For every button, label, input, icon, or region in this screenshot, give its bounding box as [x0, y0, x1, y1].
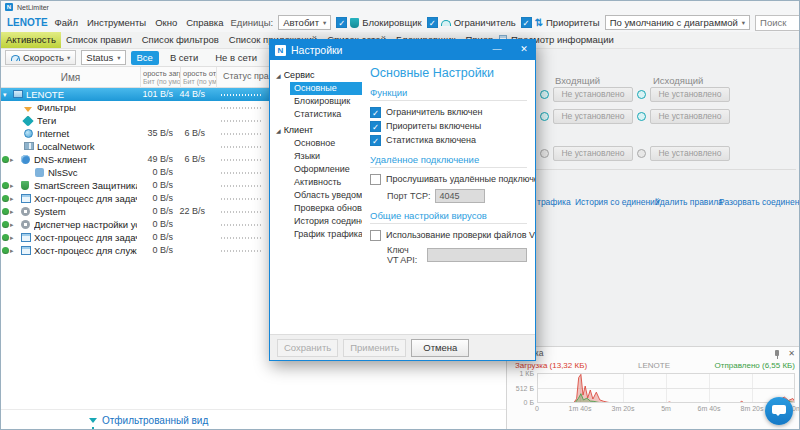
expander-icon[interactable]: ▸ — [10, 153, 14, 166]
dialog-titlebar[interactable]: N Настройки — ✕ — [270, 40, 535, 60]
filter-button[interactable]: Не в сети — [209, 51, 263, 65]
search-input[interactable] — [760, 17, 800, 28]
expander-icon[interactable]: ▸ — [10, 205, 14, 218]
row-name: NlsSvc — [48, 166, 137, 179]
vt-api-key-input[interactable] — [427, 248, 527, 262]
divider — [370, 223, 527, 224]
settings-content: Основные Настройки Функции ✓Ограничитель… — [362, 60, 535, 334]
checkbox-icon[interactable] — [370, 230, 381, 241]
settings-nav-item[interactable]: График трафика — [290, 228, 362, 241]
host-brand[interactable]: LENOTE — [7, 17, 48, 28]
expander-icon[interactable]: ▸ — [10, 179, 14, 192]
tab-item[interactable]: Список фильтров — [137, 32, 224, 48]
menu-item[interactable]: Инструменты — [85, 17, 148, 28]
speed-button[interactable]: Скорость ▾ — [5, 50, 76, 65]
checkbox-icon[interactable]: ✓ — [370, 135, 381, 146]
rule-row: Не установленоНе установлено — [507, 87, 800, 103]
y-axis-label: 1 КБ — [507, 370, 534, 377]
feedback-chat-button[interactable] — [765, 397, 793, 425]
not-set-button[interactable]: Не установлено — [553, 87, 633, 102]
not-set-button[interactable]: Не установлено — [553, 146, 633, 161]
priority-icon — [637, 149, 646, 158]
settings-nav-item[interactable]: Основные — [290, 82, 362, 95]
settings-nav-item[interactable]: Проверка обновлений — [290, 202, 362, 215]
settings-nav-group[interactable]: ◢Сервис — [276, 68, 362, 82]
dialog-footer: Сохранить Применить Отмена — [270, 334, 535, 360]
settings-nav-item[interactable]: Статистика — [290, 108, 362, 121]
expander-icon[interactable]: ▾ — [3, 88, 7, 101]
info-link[interactable]: трафика — [537, 197, 571, 207]
close-button[interactable]: ✕ — [513, 40, 535, 60]
column-header-download[interactable]: орость загруз Бит (по умолча — [141, 67, 181, 88]
not-set-button[interactable]: Не установлено — [553, 109, 633, 124]
column-header-upload[interactable]: орость отда- Бит (по умолча — [181, 67, 217, 88]
feature-toggle[interactable]: ✓Блокировщик — [336, 17, 421, 28]
status-value: Status — [86, 52, 113, 63]
units-select[interactable]: Автобит ▾ — [278, 15, 331, 30]
download-value: 101 B/s — [139, 88, 173, 101]
not-set-button[interactable]: Не установлено — [650, 146, 730, 161]
settings-nav-item[interactable]: Блокировщик — [290, 95, 362, 108]
menu-item[interactable]: Справка — [184, 17, 225, 28]
settings-nav: ◢СервисОсновныеБлокировщикСтатистика◢Кли… — [270, 60, 362, 334]
expander-icon[interactable]: ▸ — [10, 192, 14, 205]
not-set-button[interactable]: Не установлено — [650, 109, 730, 124]
settings-nav-item[interactable]: История соединений — [290, 215, 362, 228]
chevron-down-icon: ▾ — [323, 19, 326, 27]
filter-funnel-icon — [89, 418, 97, 423]
feature-toggle[interactable]: ✓Ограничитель — [427, 17, 516, 28]
filtered-view-link[interactable]: Отфильтрованный вид — [102, 415, 208, 426]
settings-nav-item[interactable]: Активность — [290, 176, 362, 189]
expander-icon[interactable]: ▸ — [10, 218, 14, 231]
not-set-button[interactable]: Не установлено — [650, 87, 730, 102]
expander-icon: ◢ — [276, 127, 281, 134]
apply-button[interactable]: Применить — [343, 339, 406, 357]
settings-nav-item[interactable]: Языки — [290, 150, 362, 163]
x-axis-label: 5m — [646, 405, 686, 412]
row-name: System — [34, 205, 137, 218]
limit-icon — [637, 90, 646, 99]
settings-nav-item[interactable]: Оформление — [290, 163, 362, 176]
menu-item[interactable]: Окно — [153, 17, 179, 28]
settings-checkbox-row[interactable]: ✓Приоритеты включены — [370, 119, 527, 133]
settings-nav-item[interactable]: Область уведомлений — [290, 189, 362, 202]
info-link[interactable]: История со единений — [575, 197, 660, 207]
filter-button[interactable]: В сети — [164, 51, 204, 65]
row-name: Фильтры — [37, 101, 137, 114]
column-header-name[interactable]: Имя — [1, 67, 141, 88]
incoming-header: Входящий — [555, 75, 600, 86]
info-link[interactable]: Разорвать соединение — [719, 197, 800, 207]
checkbox-icon[interactable] — [370, 174, 381, 185]
settings-checkbox-row[interactable]: ✓Ограничитель включен — [370, 105, 527, 119]
save-button[interactable]: Сохранить — [277, 339, 338, 357]
toggle-label: Приоритеты — [546, 17, 600, 28]
service2-icon — [35, 168, 44, 177]
info-link[interactable]: Удалить правила — [655, 197, 723, 207]
settings-checkbox-row[interactable]: ✓Статистика включена — [370, 133, 527, 147]
feature-toggle[interactable]: ✓⇅Приоритеты — [521, 17, 600, 28]
menu-item[interactable]: Файл — [53, 17, 80, 28]
settings-nav-item[interactable]: Основное — [290, 137, 362, 150]
cancel-button[interactable]: Отмена — [411, 339, 469, 357]
filter-button[interactable]: Все — [131, 51, 159, 65]
tcp-port-input[interactable] — [435, 189, 485, 203]
view-mode-select[interactable]: По умолчанию с диаграммой ▾ — [605, 15, 750, 30]
checkbox-icon[interactable]: ✓ — [370, 121, 381, 132]
gauge-icon — [441, 20, 451, 26]
port-label: Порт TCP: — [387, 191, 430, 201]
tab-item[interactable]: Список правил — [61, 32, 137, 48]
grid-footer: Отфильтрованный вид — [1, 409, 506, 430]
close-icon[interactable]: ✕ — [788, 349, 795, 358]
search-box[interactable] — [755, 15, 800, 31]
status-select[interactable]: Status ▾ — [81, 50, 125, 65]
settings-nav-group[interactable]: ◢Клиент — [276, 123, 362, 137]
expander-icon[interactable]: ▸ — [10, 231, 14, 244]
expander-icon[interactable]: ▸ — [10, 244, 14, 257]
settings-checkbox-row[interactable]: Использование проверки файлов VT — [370, 228, 527, 242]
tab-active[interactable]: Активность — [1, 32, 61, 48]
pin-icon[interactable] — [775, 350, 779, 356]
settings-checkbox-row[interactable]: Прослушивать удалённые подключения — [370, 172, 527, 186]
checkbox-icon[interactable]: ✓ — [370, 107, 381, 118]
minimize-button[interactable]: — — [486, 40, 508, 60]
divider — [370, 100, 527, 101]
